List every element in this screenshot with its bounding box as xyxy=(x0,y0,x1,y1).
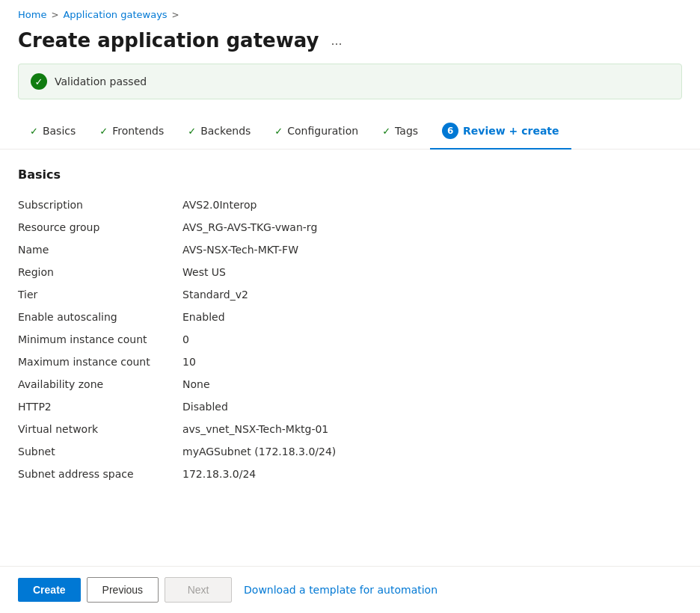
tab-backends[interactable]: ✓ Backends xyxy=(176,117,262,147)
tab-frontends[interactable]: ✓ Frontends xyxy=(88,117,176,147)
more-options-button[interactable]: ... xyxy=(326,31,346,50)
detail-label-subscription: Subscription xyxy=(18,199,182,211)
tab-backends-label: Backends xyxy=(200,125,251,137)
details-table: Subscription AVS2.0Interop Resource grou… xyxy=(18,194,682,485)
detail-value-subnet: myAGSubnet (172.18.3.0/24) xyxy=(182,446,336,458)
tabs-container: ✓ Basics ✓ Frontends ✓ Backends ✓ Config… xyxy=(0,114,700,150)
detail-row-subnet-address: Subnet address space 172.18.3.0/24 xyxy=(18,463,682,485)
detail-label-min-instance: Minimum instance count xyxy=(18,333,182,345)
detail-row-name: Name AVS-NSX-Tech-MKT-FW xyxy=(18,238,682,261)
detail-row-subnet: Subnet myAGSubnet (172.18.3.0/24) xyxy=(18,440,682,463)
validation-text: Validation passed xyxy=(55,76,147,87)
detail-row-resource-group: Resource group AVS_RG-AVS-TKG-vwan-rg xyxy=(18,216,682,238)
detail-row-max-instance: Maximum instance count 10 xyxy=(18,351,682,373)
tab-configuration-check: ✓ xyxy=(274,126,283,137)
tab-basics[interactable]: ✓ Basics xyxy=(18,117,88,147)
detail-row-availability-zone: Availability zone None xyxy=(18,373,682,395)
page-title: Create application gateway xyxy=(18,29,319,52)
footer: Create Previous Next Download a template… xyxy=(0,566,700,613)
breadcrumb: Home > Application gateways > xyxy=(0,0,700,26)
detail-label-region: Region xyxy=(18,266,182,278)
detail-value-availability-zone: None xyxy=(182,378,210,390)
create-button[interactable]: Create xyxy=(18,578,81,602)
tab-tags[interactable]: ✓ Tags xyxy=(370,117,430,147)
next-button: Next xyxy=(165,577,232,603)
detail-label-name: Name xyxy=(18,244,182,256)
tab-configuration-label: Configuration xyxy=(287,125,358,137)
detail-label-autoscaling: Enable autoscaling xyxy=(18,311,182,323)
tab-review-create-label: Review + create xyxy=(463,125,559,137)
detail-row-virtual-network: Virtual network avs_vnet_NSX-Tech-Mktg-0… xyxy=(18,418,682,440)
detail-row-subscription: Subscription AVS2.0Interop xyxy=(18,194,682,216)
breadcrumb-home[interactable]: Home xyxy=(18,9,46,20)
detail-label-max-instance: Maximum instance count xyxy=(18,356,182,368)
tab-tags-label: Tags xyxy=(395,125,418,137)
tab-basics-label: Basics xyxy=(43,125,76,137)
detail-value-virtual-network: avs_vnet_NSX-Tech-Mktg-01 xyxy=(182,423,328,435)
breadcrumb-app-gateways[interactable]: Application gateways xyxy=(63,9,167,20)
detail-label-virtual-network: Virtual network xyxy=(18,423,182,435)
detail-label-subnet-address: Subnet address space xyxy=(18,468,182,480)
tab-frontends-check: ✓ xyxy=(99,126,108,137)
detail-row-http2: HTTP2 Disabled xyxy=(18,395,682,418)
detail-value-resource-group: AVS_RG-AVS-TKG-vwan-rg xyxy=(182,221,317,233)
detail-label-resource-group: Resource group xyxy=(18,221,182,233)
detail-value-http2: Disabled xyxy=(182,401,228,413)
tab-review-create-badge: 6 xyxy=(442,123,458,139)
detail-value-min-instance: 0 xyxy=(182,333,189,345)
detail-row-min-instance: Minimum instance count 0 xyxy=(18,328,682,351)
detail-value-subscription: AVS2.0Interop xyxy=(182,199,257,211)
detail-label-tier: Tier xyxy=(18,289,182,301)
download-template-link[interactable]: Download a template for automation xyxy=(244,584,438,596)
detail-value-subnet-address: 172.18.3.0/24 xyxy=(182,468,256,480)
detail-value-autoscaling: Enabled xyxy=(182,311,225,323)
page-container: Home > Application gateways > Create app… xyxy=(0,0,700,613)
detail-label-http2: HTTP2 xyxy=(18,401,182,413)
detail-value-tier: Standard_v2 xyxy=(182,289,248,301)
detail-row-tier: Tier Standard_v2 xyxy=(18,283,682,306)
tab-frontends-label: Frontends xyxy=(112,125,164,137)
detail-value-region: West US xyxy=(182,266,226,278)
tab-basics-check: ✓ xyxy=(30,126,38,137)
detail-row-region: Region West US xyxy=(18,261,682,283)
breadcrumb-sep-1: > xyxy=(51,10,58,20)
breadcrumb-sep-2: > xyxy=(172,10,179,20)
detail-label-subnet: Subnet xyxy=(18,446,182,458)
previous-button[interactable]: Previous xyxy=(87,577,159,603)
tab-tags-check: ✓ xyxy=(382,126,390,137)
validation-success-icon xyxy=(31,73,47,90)
section-title: Basics xyxy=(18,167,682,182)
page-header: Create application gateway ... xyxy=(0,26,700,64)
tab-configuration[interactable]: ✓ Configuration xyxy=(262,117,370,147)
detail-value-name: AVS-NSX-Tech-MKT-FW xyxy=(182,244,298,256)
detail-value-max-instance: 10 xyxy=(182,356,196,368)
detail-row-autoscaling: Enable autoscaling Enabled xyxy=(18,306,682,328)
tab-review-create[interactable]: 6 Review + create xyxy=(430,115,571,150)
detail-label-availability-zone: Availability zone xyxy=(18,378,182,390)
validation-banner: Validation passed xyxy=(18,64,682,99)
content-area: Basics Subscription AVS2.0Interop Resour… xyxy=(0,167,700,566)
tab-backends-check: ✓ xyxy=(188,126,196,137)
